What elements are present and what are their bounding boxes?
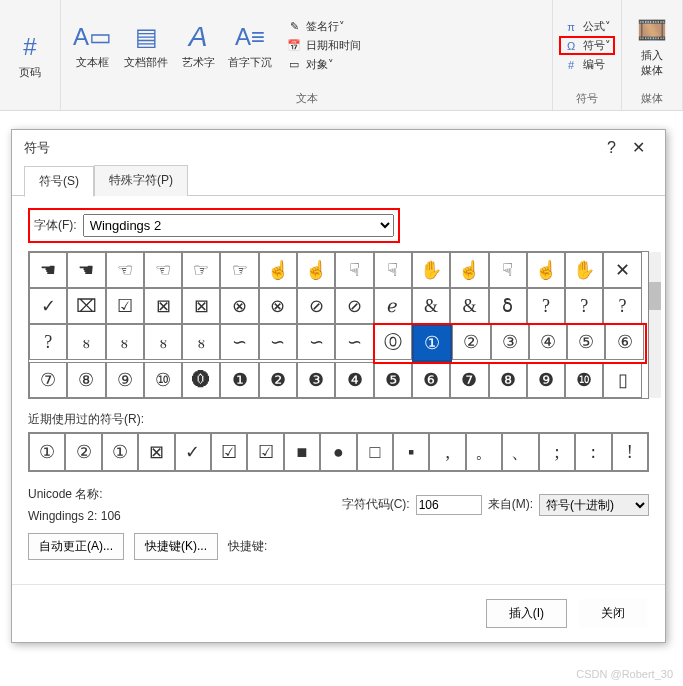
equation-button[interactable]: π公式 ˅ (559, 18, 615, 35)
date-time-button[interactable]: 📅日期和时间 (282, 37, 365, 54)
group-text-label: 文本 (67, 89, 546, 108)
media-icon: 🎞️ (637, 14, 667, 46)
dropcap-icon: A≡ (235, 21, 265, 53)
wordart-icon: A (189, 21, 208, 53)
group-symbol-label: 符号 (559, 89, 615, 108)
ribbon: #页码 A▭文本框 ▤文档部件 A艺术字 A≡首字下沉 ✎签名行 ˅ 📅日期和时… (0, 0, 683, 111)
numbering-button[interactable]: #编号 (559, 56, 615, 73)
signature-icon: ✎ (286, 20, 302, 33)
object-button[interactable]: ▭对象 ˅ (282, 56, 365, 73)
docparts-icon: ▤ (135, 21, 158, 53)
pi-icon: π (563, 21, 579, 33)
page-number-icon: # (23, 31, 36, 63)
docparts-button[interactable]: ▤文档部件 (118, 19, 174, 72)
symbol-button[interactable]: Ω符号 ˅ (559, 36, 615, 55)
calendar-icon: 📅 (286, 39, 302, 52)
signature-line-button[interactable]: ✎签名行 ˅ (282, 18, 365, 35)
omega-icon: Ω (563, 40, 579, 52)
textbox-icon: A▭ (73, 21, 112, 53)
group-media-label: 媒体 (628, 89, 676, 108)
object-icon: ▭ (286, 58, 302, 71)
numbering-icon: # (563, 59, 579, 71)
media-button[interactable]: 🎞️插入 媒体 (628, 12, 676, 80)
page-number-button[interactable]: #页码 (6, 29, 54, 82)
wordart-button[interactable]: A艺术字 (174, 19, 222, 72)
dropcap-button[interactable]: A≡首字下沉 (222, 19, 278, 72)
textbox-button[interactable]: A▭文本框 (67, 19, 118, 72)
